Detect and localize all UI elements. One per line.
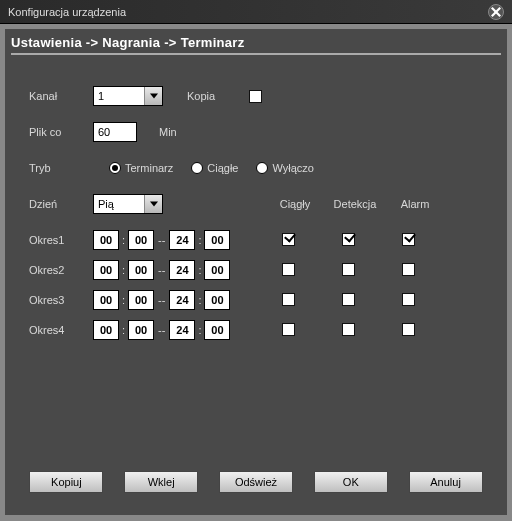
period-detekcja-checkbox-cell — [318, 293, 378, 308]
period-h2-input[interactable]: 24 — [169, 230, 195, 250]
period-h2-input[interactable]: 24 — [169, 290, 195, 310]
chevron-down-icon — [144, 87, 162, 105]
dialog-frame: Ustawienia -> Nagrania -> Terminarz Kana… — [4, 28, 508, 516]
period-detekcja-checkbox[interactable] — [342, 293, 355, 306]
period-m1-input[interactable]: 00 — [128, 290, 154, 310]
col-alarm-header: Alarm — [385, 198, 445, 210]
period-label: Okres2 — [29, 264, 93, 276]
period-checks — [258, 293, 438, 308]
wklej-button[interactable]: Wklej — [124, 471, 198, 493]
period-alarm-checkbox-cell — [378, 323, 438, 338]
plikco-label: Plik co — [29, 126, 93, 138]
period-m1-input[interactable]: 00 — [128, 260, 154, 280]
tryb-ciagle-radio[interactable]: Ciągłe — [191, 162, 238, 174]
dzien-label: Dzień — [29, 198, 93, 210]
period-checks — [258, 263, 438, 278]
window-title: Konfiguracja urządzenia — [8, 6, 126, 18]
period-detekcja-checkbox-cell — [318, 263, 378, 278]
period-detekcja-checkbox[interactable] — [342, 233, 355, 246]
period-alarm-checkbox-cell — [378, 263, 438, 278]
period-alarm-checkbox[interactable] — [402, 323, 415, 336]
tryb-label: Tryb — [29, 162, 93, 174]
period-alarm-checkbox[interactable] — [402, 233, 415, 246]
tryb-terminarz-label: Terminarz — [125, 162, 173, 174]
kanal-value: 1 — [98, 90, 104, 102]
period-ciagly-checkbox-cell — [258, 233, 318, 248]
period-label: Okres3 — [29, 294, 93, 306]
dash-sep: -- — [158, 294, 165, 306]
period-h1-input[interactable]: 00 — [93, 320, 119, 340]
period-detekcja-checkbox-cell — [318, 323, 378, 338]
period-row: Okres100:00--24:00 — [29, 229, 487, 251]
odswiez-button[interactable]: Odśwież — [219, 471, 293, 493]
kopia-checkbox[interactable] — [249, 90, 262, 103]
period-ciagly-checkbox[interactable] — [282, 233, 295, 246]
tryb-wylaczo-radio[interactable]: Wyłączo — [256, 162, 313, 174]
dash-sep: -- — [158, 234, 165, 246]
kanal-label: Kanał — [29, 90, 93, 102]
kanal-select[interactable]: 1 — [93, 86, 163, 106]
close-icon[interactable] — [488, 4, 504, 20]
period-checks — [258, 323, 438, 338]
period-label: Okres4 — [29, 324, 93, 336]
period-alarm-checkbox-cell — [378, 293, 438, 308]
period-ciagly-checkbox-cell — [258, 263, 318, 278]
titlebar: Konfiguracja urządzenia — [0, 0, 512, 24]
period-alarm-checkbox[interactable] — [402, 263, 415, 276]
dash-sep: -- — [158, 264, 165, 276]
period-alarm-checkbox[interactable] — [402, 293, 415, 306]
period-m2-input[interactable]: 00 — [204, 290, 230, 310]
period-detekcja-checkbox[interactable] — [342, 263, 355, 276]
period-h2-input[interactable]: 24 — [169, 260, 195, 280]
ok-button[interactable]: OK — [314, 471, 388, 493]
col-detekcja-header: Detekcja — [325, 198, 385, 210]
period-ciagly-checkbox-cell — [258, 293, 318, 308]
dzien-select[interactable]: Pią — [93, 194, 163, 214]
period-checks — [258, 233, 438, 248]
period-ciagly-checkbox[interactable] — [282, 263, 295, 276]
period-row: Okres200:00--24:00 — [29, 259, 487, 281]
period-m2-input[interactable]: 00 — [204, 230, 230, 250]
colon-sep: : — [198, 264, 201, 276]
button-bar: Kopiuj Wklej Odśwież OK Anuluj — [5, 471, 507, 493]
colon-sep: : — [122, 234, 125, 246]
colon-sep: : — [198, 324, 201, 336]
periods-container: Okres100:00--24:00Okres200:00--24:00Okre… — [29, 229, 487, 341]
period-m1-input[interactable]: 00 — [128, 320, 154, 340]
period-h1-input[interactable]: 00 — [93, 290, 119, 310]
breadcrumb: Ustawienia -> Nagrania -> Terminarz — [11, 35, 501, 55]
period-ciagly-checkbox-cell — [258, 323, 318, 338]
period-h1-input[interactable]: 00 — [93, 230, 119, 250]
tryb-ciagle-label: Ciągłe — [207, 162, 238, 174]
period-h2-input[interactable]: 24 — [169, 320, 195, 340]
anuluj-button[interactable]: Anuluj — [409, 471, 483, 493]
dzien-value: Pią — [98, 198, 114, 210]
col-ciagly-header: Ciągły — [265, 198, 325, 210]
period-h1-input[interactable]: 00 — [93, 260, 119, 280]
colon-sep: : — [122, 324, 125, 336]
period-detekcja-checkbox[interactable] — [342, 323, 355, 336]
dash-sep: -- — [158, 324, 165, 336]
kopia-label: Kopia — [187, 90, 215, 102]
period-row: Okres400:00--24:00 — [29, 319, 487, 341]
colon-sep: : — [122, 294, 125, 306]
min-label: Min — [159, 126, 177, 138]
tryb-wylaczo-label: Wyłączo — [272, 162, 313, 174]
plikco-input[interactable]: 60 — [93, 122, 137, 142]
colon-sep: : — [198, 294, 201, 306]
chevron-down-icon — [144, 195, 162, 213]
period-ciagly-checkbox[interactable] — [282, 323, 295, 336]
colon-sep: : — [198, 234, 201, 246]
tryb-terminarz-radio[interactable]: Terminarz — [109, 162, 173, 174]
period-m2-input[interactable]: 00 — [204, 320, 230, 340]
period-row: Okres300:00--24:00 — [29, 289, 487, 311]
period-m1-input[interactable]: 00 — [128, 230, 154, 250]
kopiuj-button[interactable]: Kopiuj — [29, 471, 103, 493]
period-detekcja-checkbox-cell — [318, 233, 378, 248]
colon-sep: : — [122, 264, 125, 276]
period-alarm-checkbox-cell — [378, 233, 438, 248]
period-m2-input[interactable]: 00 — [204, 260, 230, 280]
svg-marker-3 — [150, 202, 158, 207]
period-ciagly-checkbox[interactable] — [282, 293, 295, 306]
svg-marker-2 — [150, 94, 158, 99]
